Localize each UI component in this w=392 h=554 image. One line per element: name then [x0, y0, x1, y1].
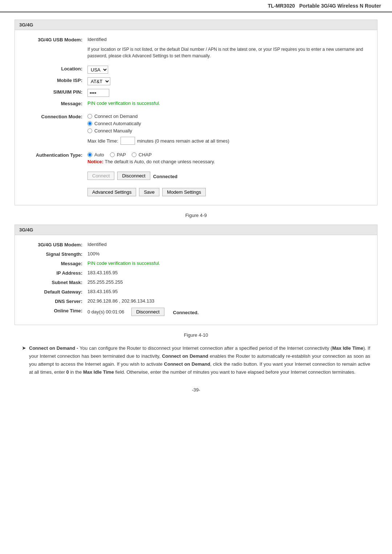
para-bold4: 0 — [66, 369, 69, 375]
auth-auto: Auto — [87, 152, 104, 157]
connection-mode-row: Connection Mode: Connect on Demand Conne… — [22, 113, 370, 145]
online-time-text: 0 day(s) 00:01:06 — [87, 309, 124, 315]
page-header: TL-MR3020 Portable 3G/4G Wireless N Rout… — [0, 0, 392, 12]
status-disconnect-button[interactable]: Disconnect — [131, 308, 164, 316]
status-message-row: Message: PIN code verification is succes… — [22, 260, 370, 266]
para-bold5: Max Idle Time — [83, 369, 114, 375]
radio-connect-auto: Connect Automatically — [87, 121, 370, 126]
para-bold1: Max Idle Time — [332, 345, 363, 351]
gateway-label: Default Gateway: — [22, 288, 87, 295]
ip-value: 183.43.165.95 — [87, 269, 370, 275]
radio-connect-demand-input[interactable] — [87, 114, 92, 119]
connection-mode-options: Connect on Demand Connect Automatically … — [87, 113, 370, 145]
status-connected-text: Connected. — [173, 309, 199, 315]
gateway-row: Default Gateway: 183.43.165.95 — [22, 288, 370, 295]
message-label: Message: — [22, 100, 87, 106]
mobile-isp-row: Mobile ISP: AT&T — [22, 77, 370, 85]
max-idle-input[interactable]: 15 — [121, 137, 135, 145]
advanced-settings-button[interactable]: Advanced Settings — [87, 188, 136, 196]
panel2-header: 3G/4G — [15, 225, 377, 235]
para-text5: in the — [69, 369, 83, 375]
radio-auto-label: Auto — [94, 152, 104, 157]
ip-label: IP Address: — [22, 269, 87, 276]
panel-3g4g-status: 3G/4G 3G/4G USB Modem: Identified Signal… — [15, 225, 377, 325]
para-text1: You can configure the Router to disconne… — [79, 345, 332, 351]
subnet-label: Subnet Mask: — [22, 279, 87, 285]
connect-button[interactable]: Connect — [87, 172, 114, 180]
radio-connect-manually-label: Connect Manually — [94, 128, 132, 134]
notice-label: Notice: — [87, 159, 103, 164]
connect-buttons: Connect Disconnect Connected — [87, 171, 370, 180]
connected-status: Connected — [153, 173, 177, 179]
status-message-label: Message: — [22, 260, 87, 266]
online-time-row: Online Time: 0 day(s) 00:01:06 Disconnec… — [22, 307, 370, 316]
radio-connect-auto-label: Connect Automatically — [94, 121, 141, 126]
radio-connect-manually-input[interactable] — [87, 128, 92, 133]
page-number: -39- — [15, 387, 377, 396]
auth-type-label: Authentication Type: — [22, 151, 87, 158]
radio-connect-manually: Connect Manually — [87, 128, 370, 134]
notice-content: The default is Auto, do not change unles… — [105, 159, 215, 164]
subnet-row: Subnet Mask: 255.255.255.255 — [22, 279, 370, 285]
mobile-isp-select[interactable]: AT&T — [87, 77, 110, 85]
connection-mode-group: Connect on Demand Connect Automatically … — [87, 114, 370, 145]
action-label-spacer — [22, 187, 87, 188]
gateway-value: 183.43.165.95 — [87, 288, 370, 294]
modem-settings-button[interactable]: Modem Settings — [162, 188, 206, 196]
disconnect-button[interactable]: Disconnect — [117, 172, 150, 180]
radio-auto-input[interactable] — [87, 152, 92, 157]
panel1-header: 3G/4G — [15, 20, 377, 30]
message-value: PIN code verification is successful. — [87, 100, 370, 106]
model-label: TL-MR3020 — [268, 3, 295, 9]
radio-pap-input[interactable] — [110, 152, 115, 157]
subnet-value: 255.255.255.255 — [87, 279, 370, 285]
signal-value: 100% — [87, 250, 370, 257]
radio-connect-on-demand: Connect on Demand — [87, 114, 370, 119]
connect-buttons-row: Connect Disconnect Connected — [22, 171, 370, 180]
max-idle-suffix: minutes (0 means remain active at all ti… — [137, 138, 229, 144]
status-usb-label: 3G/4G USB Modem: — [22, 241, 87, 247]
radio-pap-label: PAP — [117, 152, 126, 157]
mobile-isp-label: Mobile ISP: — [22, 77, 87, 83]
ip-row: IP Address: 183.43.165.95 — [22, 269, 370, 276]
panel2-body: 3G/4G USB Modem: Identified Signal Stren… — [15, 235, 377, 325]
online-time-value: 0 day(s) 00:01:06 Disconnect Connected. — [87, 307, 370, 316]
radio-connect-auto-input[interactable] — [87, 121, 92, 126]
dns-value: 202.96.128.86 , 202.96.134.133 — [87, 297, 370, 304]
status-message-value: PIN code verification is successful. — [87, 260, 370, 266]
panel1-body: 3G/4G USB Modem: Identified If your loca… — [15, 30, 377, 205]
radio-chap-input[interactable] — [132, 152, 136, 157]
max-idle-label: Max Idle Time: — [87, 138, 118, 144]
connect-label-spacer — [22, 171, 87, 172]
status-usb-value: Identified — [87, 241, 370, 247]
paragraph-section: ➤ Connect on Demand - You can configure … — [15, 344, 377, 376]
max-idle-row: Max Idle Time: 15 minutes (0 means remai… — [87, 137, 370, 145]
sim-pin-input[interactable] — [87, 89, 109, 97]
sim-pin-value — [87, 88, 370, 97]
location-select[interactable]: USA — [87, 66, 108, 74]
connection-mode-label: Connection Mode: — [22, 113, 87, 119]
bullet-icon: ➤ — [22, 345, 26, 351]
mobile-isp-value: AT&T — [87, 77, 370, 85]
radio-connect-demand-label: Connect on Demand — [94, 114, 138, 119]
para-bold3: Connect on Demand — [164, 361, 210, 367]
status-usb-row: 3G/4G USB Modem: Identified — [22, 241, 370, 247]
notice-text: Notice: The default is Auto, do not chan… — [87, 159, 370, 164]
location-label: Location: — [22, 65, 87, 71]
online-time-label: Online Time: — [22, 307, 87, 313]
figure1-caption: Figure 4-9 — [15, 213, 377, 218]
auth-type-group: Auto PAP CHAP — [87, 152, 370, 157]
sim-pin-row: SIM/UIM PIN: — [22, 88, 370, 97]
dns-row: DNS Server: 202.96.128.86 , 202.96.134.1… — [22, 297, 370, 304]
sim-pin-label: SIM/UIM PIN: — [22, 88, 87, 95]
action-buttons-row: Advanced Settings Save Modem Settings — [22, 187, 370, 196]
paragraph-item: ➤ Connect on Demand - You can configure … — [22, 344, 370, 376]
auth-type-row: Authentication Type: Auto PAP — [22, 151, 370, 164]
save-button[interactable]: Save — [139, 188, 159, 196]
panel-3g4g-settings: 3G/4G 3G/4G USB Modem: Identified If you… — [15, 20, 377, 205]
signal-row: Signal Strength: 100% — [22, 250, 370, 257]
paragraph-content: Connect on Demand - You can configure th… — [29, 344, 370, 376]
figure2-caption: Figure 4-10 — [15, 332, 377, 338]
radio-chap-label: CHAP — [139, 152, 152, 157]
info-label-spacer — [22, 45, 87, 46]
